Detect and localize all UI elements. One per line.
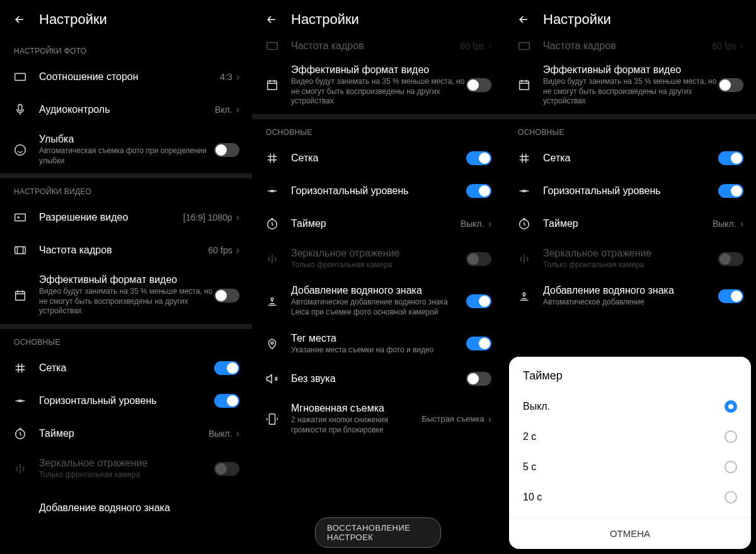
row-label: Сетка xyxy=(291,153,466,164)
row-grid[interactable]: Сетка xyxy=(252,142,504,175)
row-mute[interactable]: Без звука xyxy=(252,362,504,395)
row-level[interactable]: Горизонтальный уровень xyxy=(0,384,252,417)
row-label: Сетка xyxy=(39,362,214,374)
chevron-right-icon: › xyxy=(236,71,239,83)
row-sub: Автоматическое добавление xyxy=(543,297,718,308)
row-label: Сетка xyxy=(543,153,718,164)
svg-rect-6 xyxy=(16,291,25,300)
timer-option-10s[interactable]: 10 с xyxy=(509,482,751,512)
row-label: Мгновенная съемка xyxy=(291,403,421,414)
toggle[interactable] xyxy=(718,151,743,165)
row-watermark[interactable]: Добавление водяного знака Автоматическое… xyxy=(504,277,756,315)
row-mirror: Зеркальное отражение Только фронтальная … xyxy=(252,240,504,278)
grid-icon xyxy=(517,151,532,166)
back-icon[interactable] xyxy=(13,13,26,26)
radio-selected[interactable] xyxy=(724,400,737,413)
row-sub: Только фронтальная камера xyxy=(291,260,466,270)
toggle[interactable] xyxy=(718,78,743,92)
row-sub: Автоматическое добавление водяного знака… xyxy=(291,297,466,317)
mirror-icon xyxy=(517,251,532,267)
row-fps[interactable]: Частота кадров 60 fps › xyxy=(0,234,252,267)
row-label: Таймер xyxy=(543,218,713,229)
row-efficient-video[interactable]: Эффективный формат видео Видео будут зан… xyxy=(252,57,504,114)
toggle[interactable] xyxy=(718,184,743,198)
grid-icon xyxy=(265,151,280,166)
row-watermark[interactable]: Добавление водяного знака Автоматическое… xyxy=(252,277,504,325)
row-video-res[interactable]: Разрешение видео [16:9] 1080p › xyxy=(0,201,252,234)
cancel-button[interactable]: ОТМЕНА xyxy=(509,517,751,543)
toggle[interactable] xyxy=(214,143,239,157)
header: Настройки xyxy=(252,0,504,38)
toggle[interactable] xyxy=(214,361,239,375)
row-label: Зеркальное отражение xyxy=(291,248,466,259)
radio[interactable] xyxy=(724,491,737,504)
radio[interactable] xyxy=(724,430,737,443)
row-geotag[interactable]: Тег места Указание места съемки на фото … xyxy=(252,325,504,363)
toggle[interactable] xyxy=(466,294,491,308)
toggle[interactable] xyxy=(214,289,239,303)
toggle[interactable] xyxy=(466,372,491,386)
row-timer[interactable]: Таймер Выкл. › xyxy=(504,207,756,240)
row-watermark[interactable]: Добавление водяного знака xyxy=(0,488,252,521)
timer-icon xyxy=(517,216,532,231)
chevron-right-icon: › xyxy=(740,40,743,52)
row-label: Горизонтальный уровень xyxy=(39,395,214,407)
row-label: Тег места xyxy=(291,333,466,344)
toggle[interactable] xyxy=(214,394,239,408)
chevron-right-icon: › xyxy=(236,212,239,223)
toggle[interactable] xyxy=(466,78,491,92)
row-level[interactable]: Горизонтальный уровень xyxy=(252,175,504,207)
aspect-icon xyxy=(13,69,28,84)
row-audio-control[interactable]: Аудиоконтроль Вкл. › xyxy=(0,93,252,126)
toggle[interactable] xyxy=(466,184,491,198)
back-icon[interactable] xyxy=(517,13,530,26)
reset-button[interactable]: ВОССТАНОВЛЕНИЕ НАСТРОЕК xyxy=(315,517,441,548)
row-mirror: Зеркальное отражение Только фронтальная … xyxy=(504,240,756,278)
svg-rect-0 xyxy=(15,74,26,81)
back-icon[interactable] xyxy=(265,13,278,26)
timer-option-off[interactable]: Выкл. xyxy=(509,391,751,422)
row-value: 60 fps xyxy=(209,245,232,255)
row-label: Таймер xyxy=(39,428,209,439)
row-label: Частота кадров xyxy=(543,40,713,52)
row-grid[interactable]: Сетка xyxy=(0,352,252,384)
calendar-icon xyxy=(265,78,280,93)
row-value: [16:9] 1080p xyxy=(183,212,232,222)
chevron-right-icon: › xyxy=(488,40,491,52)
toggle xyxy=(466,252,491,266)
chevron-right-icon: › xyxy=(488,218,491,229)
row-mirror: Зеркальное отражение Только фронтальная … xyxy=(0,450,252,488)
location-icon xyxy=(265,336,280,351)
row-aspect-ratio[interactable]: Соотношение сторон 4:3 › xyxy=(0,61,252,93)
toggle[interactable] xyxy=(718,289,743,303)
toggle[interactable] xyxy=(466,337,491,350)
row-fps-cut[interactable]: Частота кадров 60 fps › xyxy=(252,38,504,57)
row-efficient-video[interactable]: Эффективный формат видео Видео будут зан… xyxy=(0,267,252,324)
svg-point-2 xyxy=(15,144,26,155)
section-photo: НАСТРОЙКИ ФОТО xyxy=(0,38,252,61)
row-efficient-video[interactable]: Эффективный формат видео Видео будут зан… xyxy=(504,57,756,114)
row-smile[interactable]: Улыбка Автоматическая съемка фото при оп… xyxy=(0,126,252,173)
row-quickshot[interactable]: Мгновенная съемка 2 нажатия кнопки сниже… xyxy=(252,395,504,442)
row-label: Зеркальное отражение xyxy=(543,248,718,259)
toggle[interactable] xyxy=(466,151,491,165)
row-level[interactable]: Горизонтальный уровень xyxy=(504,175,756,207)
section-video: НАСТРОЙКИ ВИДЕО xyxy=(0,178,252,201)
row-timer[interactable]: Таймер Выкл. › xyxy=(252,207,504,240)
timer-option-2s[interactable]: 2 с xyxy=(509,422,751,452)
timer-sheet: Таймер Выкл. 2 с 5 с 10 с ОТМЕНА xyxy=(509,357,751,549)
row-value: 4:3 xyxy=(220,72,232,82)
settings-panel-3: Настройки Частота кадров 60 fps › Эффект… xyxy=(504,0,756,554)
svg-rect-9 xyxy=(267,43,278,50)
grid-icon xyxy=(13,361,28,376)
radio[interactable] xyxy=(724,461,737,473)
row-fps-cut[interactable]: Частота кадров 60 fps › xyxy=(504,38,756,57)
page-title: Настройки xyxy=(543,11,611,28)
row-timer[interactable]: Таймер Выкл. › xyxy=(0,417,252,450)
video-res-icon xyxy=(13,210,28,225)
timer-option-5s[interactable]: 5 с xyxy=(509,452,751,482)
toggle xyxy=(718,252,743,266)
row-grid[interactable]: Сетка xyxy=(504,142,756,175)
level-icon xyxy=(13,393,28,408)
mirror-icon xyxy=(13,461,28,476)
